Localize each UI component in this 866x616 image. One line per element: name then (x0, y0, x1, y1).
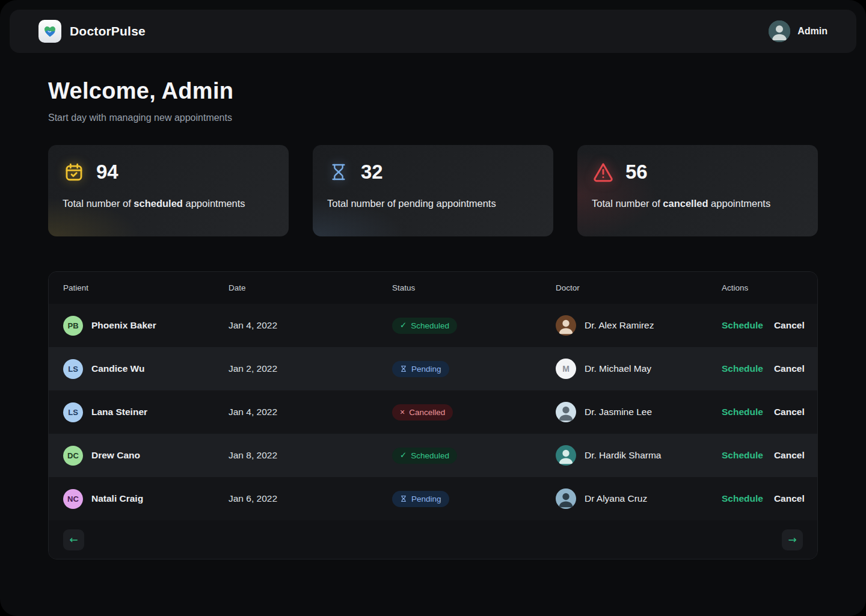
column-status: Status (392, 283, 556, 292)
status-badge: ✓ × Cancelled (392, 404, 453, 420)
dashboard-page: DoctorPulse Admin Welcome, Admin Start d… (0, 0, 866, 616)
doctor-avatar (556, 315, 576, 336)
warning-icon (592, 161, 615, 183)
table-body: PB Phoenix Baker Jan 4, 2022 ✓ × Schedul… (49, 304, 817, 520)
status-cell: ✓ × Pending (392, 361, 556, 377)
doctor-cell: M Dr. Michael May (556, 359, 722, 379)
cancel-action[interactable]: Cancel (774, 450, 805, 461)
actions-cell: Schedule Cancel (722, 320, 805, 331)
cancel-action[interactable]: Cancel (774, 320, 805, 331)
user-menu[interactable]: Admin (769, 20, 828, 42)
column-date: Date (229, 283, 392, 292)
status-badge: ✓ × Pending (392, 491, 449, 507)
status-cell: ✓ × Scheduled (392, 318, 556, 334)
patient-name: Candice Wu (91, 363, 144, 374)
doctor-cell: Dr. Jasmine Lee (556, 402, 722, 422)
status-cell: ✓ × Cancelled (392, 404, 556, 420)
next-page-button[interactable]: → (782, 529, 803, 550)
page-subtitle: Start day with managing new appointments (48, 112, 818, 123)
doctor-avatar (556, 402, 576, 422)
table-pagination: ← → (49, 520, 817, 559)
doctor-avatar (556, 445, 576, 466)
doctorpulse-logo-icon (38, 20, 61, 43)
previous-page-button[interactable]: ← (63, 529, 84, 550)
pending-label: Total number of pending appointments (327, 198, 539, 209)
appointments-table: Patient Date Status Doctor Actions PB Ph… (48, 271, 818, 559)
doctor-name: Dr. Alex Ramirez (585, 320, 654, 331)
cancelled-label: Total number of cancelled appointments (592, 198, 803, 209)
table-row: DC Drew Cano Jan 8, 2022 ✓ × Scheduled D (49, 434, 817, 477)
status-label: Pending (411, 365, 441, 374)
patient-avatar: DC (63, 446, 83, 466)
status-label: Scheduled (411, 321, 449, 330)
appointment-date: Jan 2, 2022 (229, 363, 392, 374)
patient-avatar: NC (63, 489, 83, 509)
check-icon: ✓ (400, 451, 407, 460)
schedule-action[interactable]: Schedule (722, 407, 763, 417)
stat-card-cancelled: 56 Total number of cancelled appointment… (577, 145, 818, 236)
hourglass-icon (327, 161, 350, 183)
patient-cell: LS Candice Wu (63, 359, 229, 379)
patient-cell: PB Phoenix Baker (63, 316, 229, 336)
stats-row: 94 Total number of scheduled appointment… (48, 145, 818, 236)
stat-card-pending: 32 Total number of pending appointments (313, 145, 553, 236)
scheduled-count: 94 (96, 161, 118, 183)
doctor-name: Dr. Michael May (585, 363, 651, 374)
admin-avatar[interactable] (769, 20, 790, 42)
doctor-cell: Dr Alyana Cruz (556, 488, 722, 509)
stat-card-scheduled: 94 Total number of scheduled appointment… (48, 145, 289, 236)
table-row: PB Phoenix Baker Jan 4, 2022 ✓ × Schedul… (49, 304, 817, 347)
pending-count: 32 (361, 161, 383, 183)
hourglass-icon (400, 495, 407, 502)
schedule-action[interactable]: Schedule (722, 320, 763, 331)
table-header: Patient Date Status Doctor Actions (49, 272, 817, 304)
patient-name: Phoenix Baker (91, 320, 156, 331)
cancel-action[interactable]: Cancel (774, 493, 805, 504)
status-badge: ✓ × Pending (392, 361, 449, 377)
brand: DoctorPulse (38, 20, 146, 43)
cancel-action[interactable]: Cancel (774, 363, 805, 374)
schedule-action[interactable]: Schedule (722, 363, 763, 374)
status-cell: ✓ × Scheduled (392, 448, 556, 464)
hourglass-icon (400, 365, 407, 372)
status-label: Cancelled (409, 408, 445, 417)
schedule-action[interactable]: Schedule (722, 450, 763, 461)
status-label: Pending (411, 494, 441, 504)
page-title: Welcome, Admin (48, 78, 818, 104)
appointment-date: Jan 8, 2022 (229, 450, 392, 461)
brand-name: DoctorPulse (70, 24, 146, 38)
appointment-date: Jan 4, 2022 (229, 320, 392, 331)
patient-cell: DC Drew Cano (63, 446, 229, 466)
doctor-cell: Dr. Hardik Sharma (556, 445, 722, 466)
cancelled-count: 56 (625, 161, 648, 183)
patient-name: Lana Steiner (91, 407, 147, 417)
patient-name: Natali Craig (91, 493, 143, 504)
table-row: LS Candice Wu Jan 2, 2022 ✓ × Pending M … (49, 347, 817, 390)
status-cell: ✓ × Pending (392, 491, 556, 507)
status-badge: ✓ × Scheduled (392, 318, 457, 334)
calendar-check-icon (63, 161, 85, 183)
schedule-action[interactable]: Schedule (722, 493, 763, 504)
appointment-date: Jan 6, 2022 (229, 493, 392, 504)
column-doctor: Doctor (556, 283, 722, 292)
doctor-avatar: M (556, 359, 576, 379)
appointment-date: Jan 4, 2022 (229, 407, 392, 417)
patient-name: Drew Cano (91, 450, 140, 461)
column-patient: Patient (63, 283, 229, 292)
status-badge: ✓ × Scheduled (392, 448, 457, 464)
patient-avatar: PB (63, 316, 83, 336)
scheduled-label: Total number of scheduled appointments (63, 198, 274, 209)
column-actions: Actions (722, 283, 803, 292)
patient-avatar: LS (63, 359, 83, 379)
cross-icon: × (400, 408, 405, 416)
patient-cell: LS Lana Steiner (63, 402, 229, 422)
user-menu-label[interactable]: Admin (797, 26, 828, 37)
doctor-cell: Dr. Alex Ramirez (556, 315, 722, 336)
table-row: NC Natali Craig Jan 6, 2022 ✓ × Pending (49, 477, 817, 520)
top-navbar: DoctorPulse Admin (10, 10, 856, 53)
table-row: LS Lana Steiner Jan 4, 2022 ✓ × Cancelle… (49, 390, 817, 434)
doctor-name: Dr. Hardik Sharma (585, 450, 661, 461)
patient-avatar: LS (63, 402, 83, 422)
doctor-name: Dr. Jasmine Lee (585, 407, 652, 417)
cancel-action[interactable]: Cancel (774, 407, 805, 417)
